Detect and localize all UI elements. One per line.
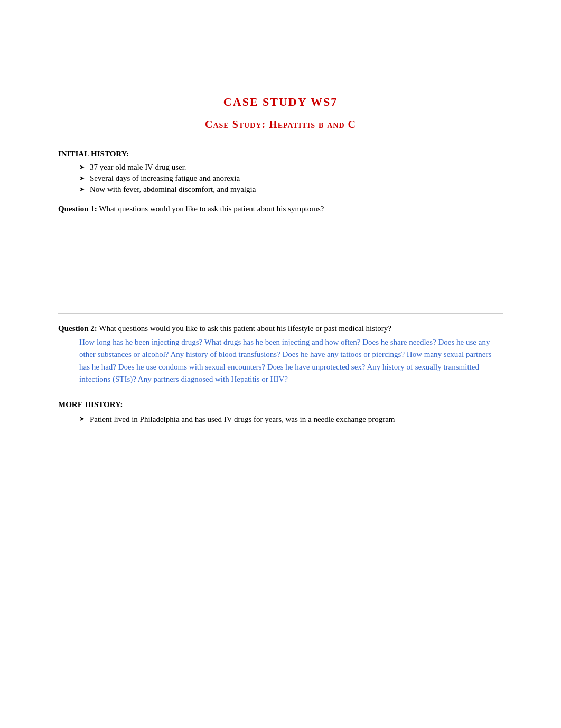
- list-item: Several days of increasing fatigue and a…: [79, 174, 503, 183]
- question1-body: What questions would you like to ask thi…: [97, 205, 324, 213]
- question1-answer-area: [58, 218, 503, 302]
- section-divider: [58, 313, 503, 314]
- question1-text: Question 1: What questions would you lik…: [58, 205, 503, 214]
- question2-block: Question 2: What questions would you lik…: [58, 324, 503, 385]
- initial-history-heading: INITIAL HISTORY:: [58, 150, 503, 159]
- list-item: Now with fever, abdominal discomfort, an…: [79, 185, 503, 194]
- list-item: Patient lived in Philadelphia and has us…: [79, 413, 503, 426]
- question2-label: Question 2:: [58, 324, 97, 333]
- more-history-heading: MORE HISTORY:: [58, 400, 503, 409]
- question2-body: What questions would you like to ask thi…: [97, 324, 391, 333]
- list-item: 37 year old male IV drug user.: [79, 163, 503, 172]
- page: CASE STUDY WS7 Case Study: Hepatitis b a…: [0, 0, 561, 728]
- more-history-list: Patient lived in Philadelphia and has us…: [58, 413, 503, 426]
- sub-title: Case Study: Hepatitis b and C: [58, 118, 503, 131]
- initial-history-list: 37 year old male IV drug user. Several d…: [58, 163, 503, 194]
- question2-answer: How long has he been injecting drugs? Wh…: [58, 336, 503, 385]
- main-title: CASE STUDY WS7: [58, 95, 503, 109]
- question1-block: Question 1: What questions would you lik…: [58, 205, 503, 302]
- question1-label: Question 1:: [58, 205, 97, 213]
- more-history-section: MORE HISTORY: Patient lived in Philadelp…: [58, 400, 503, 426]
- question2-text: Question 2: What questions would you lik…: [58, 324, 503, 333]
